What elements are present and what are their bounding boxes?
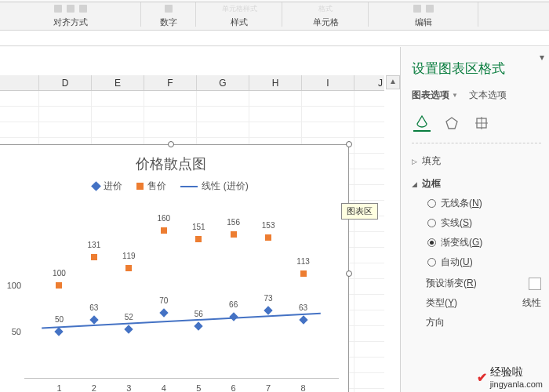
legend-label: 售价 [147,180,166,193]
column-header[interactable]: E [92,75,144,90]
x-tick-label: 6 [231,383,236,392]
ribbon-group-number: 数字 [141,2,196,30]
data-label: 156 [227,218,240,227]
data-point[interactable] [195,236,202,242]
radio-solid-line[interactable]: 实线(S) [427,213,541,233]
data-label: 73 [264,294,273,303]
x-tick-label: 2 [92,383,96,392]
radio-gradient-line[interactable]: 渐变线(G) [427,233,541,252]
column-header[interactable]: F [144,75,197,90]
watermark-logo-icon: ✔ [477,370,487,385]
preset-gradient[interactable]: 预设渐变(R) [412,272,541,292]
data-point[interactable] [265,234,271,241]
data-point[interactable] [161,227,167,234]
worksheet[interactable]: DEFGHIJ ▲ 价格散点图 进价 售价 线性 (进价) 图表区 501001… [0,47,400,392]
column-headers: DEFGHIJ [0,75,384,91]
column-header[interactable]: D [39,75,92,90]
data-label: 131 [88,241,101,249]
data-label: 113 [296,257,310,266]
data-point[interactable] [91,317,97,323]
legend-label: 线性 (进价) [202,180,248,193]
scroll-up-icon[interactable]: ▲ [386,75,400,89]
data-label: 52 [125,313,133,321]
column-header[interactable]: I [302,75,354,90]
watermark: ✔ 经验啦 jingyanla.com [477,365,543,389]
effects-icon[interactable] [443,114,460,132]
tab-text-options[interactable]: 文本选项 [469,89,507,102]
data-point[interactable] [231,314,237,320]
close-icon[interactable]: ▾ [540,52,544,63]
data-label: 100 [53,269,66,278]
chevron-down-icon: ▼ [452,92,458,99]
gradient-direction[interactable]: 方向 [412,311,541,331]
radio-auto-line[interactable]: 自动(U) [427,252,541,272]
format-pane: ▾ 设置图表区格式 图表选项▼ 文本选项 ▷填充 ◢边框 无线条(N) 实线(S… [400,47,549,392]
data-point[interactable] [56,282,62,289]
data-label: 63 [299,303,307,312]
data-point[interactable] [161,310,167,316]
svg-line-0 [42,314,321,328]
x-tick-label: 7 [266,383,271,392]
ribbon-label-cells: 单元格 [313,17,339,27]
gradient-type[interactable]: 类型(Y)线性 [412,292,541,311]
y-tick-label: 50 [0,327,21,336]
square-marker-icon [136,183,144,190]
ribbon-group-align: 对齐方式 [0,2,141,30]
size-props-icon[interactable] [473,114,490,132]
chart-tooltip: 图表区 [341,203,378,220]
legend-label: 进价 [104,180,122,193]
ribbon-label-align: 对齐方式 [53,17,88,27]
x-tick-label: 5 [196,383,201,392]
line-icon [180,186,198,187]
section-fill[interactable]: ▷填充 [412,148,541,171]
ribbon-group-styles: 单元格样式 样式 [196,2,282,30]
x-tick-label: 3 [126,383,131,392]
data-label: 119 [122,252,136,260]
watermark-brand: 经验啦 [490,365,543,379]
ribbon-label-edit: 编辑 [415,17,432,27]
data-label: 63 [89,303,98,312]
chart-area[interactable]: 价格散点图 进价 售价 线性 (进价) 图表区 5010012345678506… [0,144,349,392]
data-label: 160 [157,214,170,223]
data-point[interactable] [125,326,132,332]
data-label: 56 [195,310,203,318]
data-point[interactable] [125,265,132,271]
tab-chart-options[interactable]: 图表选项▼ [412,89,458,102]
column-header[interactable] [0,75,39,90]
svg-marker-1 [446,118,457,129]
ribbon-group-edit: 编辑 [369,2,478,30]
y-tick-label: 100 [0,281,21,290]
x-axis [24,378,339,379]
ribbon: 对齐方式 数字 单元格样式 样式 格式 单元格 编辑 [0,2,549,31]
data-label: 153 [262,221,275,230]
radio-no-line[interactable]: 无线条(N) [427,194,541,213]
data-point[interactable] [231,231,237,238]
preset-dropdown[interactable] [529,278,541,290]
chart-title[interactable]: 价格散点图 [0,145,348,176]
data-point[interactable] [265,307,271,314]
data-point[interactable] [195,323,202,329]
data-point[interactable] [91,254,97,260]
x-tick-label: 1 [56,383,61,392]
column-header[interactable]: H [249,75,302,90]
chevron-right-icon: ▷ [412,158,417,165]
fill-line-icon[interactable] [413,114,431,132]
diamond-marker-icon [91,181,101,191]
ribbon-label-number: 数字 [160,17,177,27]
data-point[interactable] [56,328,62,335]
data-point[interactable] [300,270,307,277]
resize-handle[interactable] [346,141,352,147]
ribbon-label-styles: 样式 [231,17,248,27]
resize-handle[interactable] [168,141,174,147]
plot-area[interactable]: 图表区 501001234567850635270566673631001311… [24,212,339,379]
formula-bar[interactable] [0,31,549,46]
pane-title: 设置图表区格式 [412,53,541,85]
data-label: 66 [229,300,238,309]
resize-handle[interactable] [346,270,352,277]
chart-legend[interactable]: 进价 售价 线性 (进价) [0,176,348,199]
data-label: 151 [192,223,205,231]
section-border[interactable]: ◢边框 [412,171,541,194]
data-point[interactable] [300,317,307,323]
column-header[interactable]: G [197,75,249,90]
watermark-url: jingyanla.com [490,379,543,389]
